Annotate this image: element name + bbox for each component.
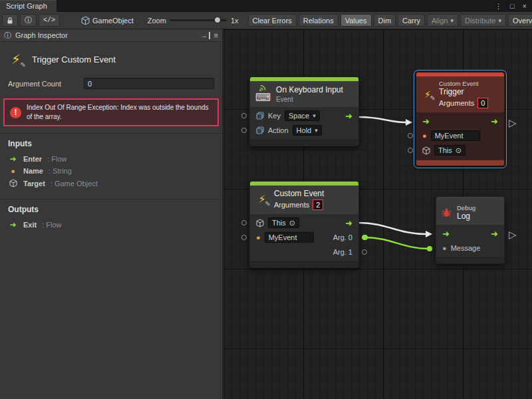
carry-button[interactable]: Carry bbox=[398, 14, 425, 27]
flow-in-port[interactable]: ➜ bbox=[442, 229, 450, 238]
graph-inspector-panel: ⓘ Graph Inspector → ≡ ⚡ ✎ Trigger Custom… bbox=[0, 29, 223, 399]
gameobject-cube-icon bbox=[422, 146, 430, 155]
dim-button[interactable]: Dim bbox=[374, 14, 396, 27]
value-port[interactable] bbox=[241, 128, 247, 133]
pencil-icon: ✎ bbox=[265, 200, 271, 207]
gameobject-context[interactable]: GameObject bbox=[76, 14, 138, 27]
overview-button[interactable]: Overv bbox=[508, 14, 532, 27]
zoom-slider[interactable] bbox=[170, 19, 227, 21]
event-name-row: ● bbox=[416, 128, 504, 143]
event-signal-icon bbox=[259, 84, 268, 92]
value-port[interactable] bbox=[408, 148, 413, 153]
wire-arg0-to-message bbox=[365, 237, 428, 249]
pencil-icon: ✎ bbox=[21, 61, 26, 68]
node-body: This ⊙ ➜ ● Arg. 0 Arg. 1 bbox=[250, 214, 358, 261]
value-port[interactable] bbox=[241, 235, 247, 240]
distribute-button[interactable]: Distribute ▾ bbox=[460, 14, 506, 27]
node-footer bbox=[436, 257, 504, 263]
node-on-keyboard-input[interactable]: ⌨ On Keyboard Input Event Key Space ▾ ➜ bbox=[249, 76, 359, 146]
node-header: Debug Log bbox=[436, 201, 504, 225]
message-label: Message bbox=[451, 244, 481, 252]
string-dot-icon: ● bbox=[256, 234, 261, 241]
argument-count-label: Argument Count bbox=[8, 80, 84, 88]
action-row: Action Hold ▾ bbox=[250, 123, 358, 138]
inputs-section: Inputs ➜ Enter : Flow ● Name : String Ta… bbox=[0, 133, 222, 195]
argument-count-input[interactable] bbox=[84, 78, 214, 89]
target-picker-icon: ⊙ bbox=[456, 146, 462, 155]
node-body: ➜ ➜ ● This ⊙ bbox=[416, 112, 504, 160]
value-port[interactable] bbox=[241, 113, 247, 118]
zoom-control: Zoom 1x bbox=[148, 17, 239, 25]
node-footer bbox=[416, 160, 504, 166]
action-dropdown[interactable]: Hold ▾ bbox=[293, 125, 322, 136]
arg0-label: Arg. 0 bbox=[333, 233, 352, 241]
code-view-button[interactable]: </> bbox=[39, 14, 60, 27]
target-dropdown[interactable]: This ⊙ bbox=[268, 217, 299, 228]
arg1-out-port[interactable] bbox=[362, 249, 367, 255]
flow-out-port[interactable]: ➜ bbox=[491, 117, 498, 126]
chevron-down-icon: ▾ bbox=[315, 127, 318, 134]
event-name-input[interactable] bbox=[431, 130, 480, 141]
arg0-out-port[interactable] bbox=[362, 235, 367, 240]
value-port[interactable] bbox=[241, 220, 247, 225]
lock-button[interactable] bbox=[2, 14, 18, 27]
flow-out-port[interactable]: ➜ bbox=[345, 112, 352, 120]
window-maximize-icon[interactable]: □ bbox=[510, 2, 515, 10]
inspector-header: ⓘ Graph Inspector → ≡ bbox=[0, 29, 222, 42]
info-button[interactable]: ⓘ bbox=[20, 14, 37, 27]
graph-canvas[interactable]: ⌨ On Keyboard Input Event Key Space ▾ ➜ bbox=[223, 29, 532, 399]
play-triangle-icon: ▷ bbox=[509, 118, 517, 128]
flow-in-port[interactable]: ➜ bbox=[422, 117, 430, 126]
pencil-icon: ✎ bbox=[430, 94, 436, 102]
flow-out-port[interactable]: ➜ bbox=[345, 219, 352, 227]
tab-script-graph[interactable]: Script Graph bbox=[0, 0, 57, 12]
custom-event-icon: ⚡ ✎ bbox=[422, 88, 434, 100]
node-title: On Keyboard Input bbox=[276, 85, 343, 94]
dock-panel-icon[interactable]: → bbox=[201, 32, 210, 39]
arg1-label: Arg. 1 bbox=[333, 248, 352, 256]
chevron-down-icon: ▾ bbox=[498, 17, 501, 24]
key-dropdown[interactable]: Space ▾ bbox=[285, 110, 320, 121]
target-row: This ⊙ bbox=[416, 143, 504, 158]
clear-errors-button[interactable]: Clear Errors bbox=[248, 14, 297, 27]
values-button[interactable]: Values bbox=[340, 14, 372, 27]
node-debug-log[interactable]: Debug Log ➜ ➜ ● Message bbox=[436, 196, 505, 264]
gameobject-cube-icon bbox=[8, 179, 18, 188]
node-body: Key Space ▾ ➜ Action Hold ▾ bbox=[250, 107, 358, 140]
error-icon: ! bbox=[10, 107, 21, 118]
info-icon: ⓘ bbox=[4, 31, 11, 41]
window-close-icon[interactable]: × bbox=[523, 2, 527, 10]
graph-toolbar: ⓘ </> GameObject Zoom 1x Clear Errors Re… bbox=[0, 12, 532, 29]
node-header: ⚡ ✎ Custom Event Trigger Arguments 0 bbox=[416, 76, 504, 112]
node-footer bbox=[250, 140, 358, 146]
align-button[interactable]: Align ▾ bbox=[427, 14, 458, 27]
error-message-box: ! Index Out Of Range Exception: Index wa… bbox=[3, 98, 219, 126]
custom-event-icon: ⚡ ✎ bbox=[8, 51, 24, 67]
window-tab-bar: Script Graph ⋮ □ × bbox=[0, 0, 532, 12]
zoom-slider-knob[interactable] bbox=[214, 17, 221, 23]
pane-menu-icon[interactable]: ≡ bbox=[214, 31, 218, 39]
node-subtitle: Event bbox=[276, 96, 343, 103]
flow-arrow-icon: ➜ bbox=[8, 221, 18, 229]
wire-keyboard-to-trigger bbox=[359, 117, 406, 122]
flow-out-port[interactable]: ➜ bbox=[491, 229, 498, 238]
argument-count-row: Argument Count bbox=[0, 75, 222, 93]
arguments-label: Arguments bbox=[439, 99, 474, 107]
node-header: ⌨ On Keyboard Input Event bbox=[250, 81, 358, 107]
node-custom-event-arguments[interactable]: ⚡ ✎ Custom Event Arguments 2 This ⊙ ➜ bbox=[249, 181, 359, 268]
string-dot-icon: ● bbox=[8, 168, 18, 175]
value-port[interactable] bbox=[408, 133, 413, 138]
keyboard-icon: ⌨ bbox=[255, 92, 271, 103]
event-name-input[interactable] bbox=[265, 232, 314, 243]
wire-arrowhead bbox=[406, 119, 412, 126]
error-text: Index Out Of Range Exception: Index was … bbox=[27, 103, 212, 122]
relations-button[interactable]: Relations bbox=[299, 14, 338, 27]
node-category: Custom Event bbox=[439, 80, 488, 87]
arg1-row: Arg. 1 bbox=[250, 245, 358, 259]
zoom-value: 1x bbox=[231, 17, 239, 25]
target-dropdown[interactable]: This ⊙ bbox=[434, 145, 466, 156]
node-trigger-custom-event[interactable]: ⚡ ✎ Custom Event Trigger Arguments 0 ➜ ➜… bbox=[416, 72, 505, 166]
window-menu-icon[interactable]: ⋮ bbox=[495, 2, 502, 11]
arguments-count-badge: 2 bbox=[313, 200, 323, 210]
target-row: This ⊙ ➜ bbox=[250, 215, 358, 230]
